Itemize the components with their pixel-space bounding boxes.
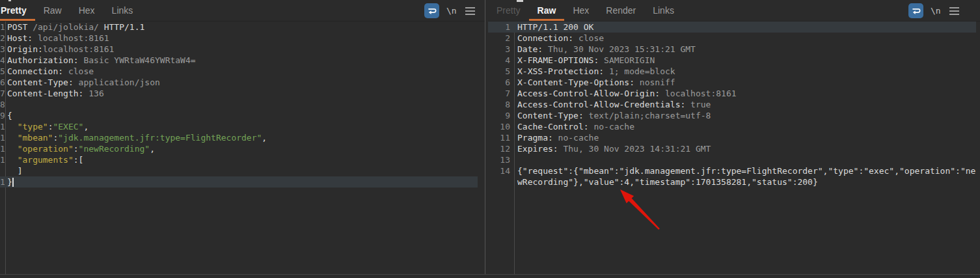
code-line[interactable]: 2Connection: close [488, 33, 980, 44]
code-text: ] [5, 165, 22, 176]
code-line[interactable]: 5X-XSS-Protection: 1; mode=block [488, 66, 980, 77]
newline-toggle-button[interactable]: \n [931, 6, 941, 16]
code-line[interactable]: 1POST /api/jolokia/ HTTP/1.1 [0, 21, 485, 33]
code-text [5, 99, 7, 110]
code-text: "arguments":[ [5, 154, 83, 165]
code-text: X-XSS-Protection: 1; mode=block [512, 66, 675, 77]
code-line[interactable]: 10 "type":"EXEC", [0, 121, 485, 132]
code-line[interactable]: 12Expires: Thu, 30 Nov 2023 14:31:21 GMT [488, 143, 980, 154]
tab-response-raw[interactable]: Raw [529, 0, 565, 21]
line-number: 9 [488, 110, 512, 121]
line-number: 1 [488, 21, 512, 33]
code-text: Host: localhost:8161 [5, 33, 109, 44]
code-line[interactable]: 14{"request":{"mbean":"jdk.management.jf… [488, 165, 980, 176]
code-line[interactable]: 1HTTP/1.1 200 OK [488, 21, 976, 33]
code-line[interactable]: 9{ [0, 110, 485, 121]
code-text: Content-Length: 136 [5, 88, 104, 99]
line-number: 7 [488, 88, 512, 99]
line-number: 6 [0, 77, 5, 88]
code-line[interactable]: 11 "mbean":"jdk.management.jfr:type=Flig… [0, 132, 485, 143]
line-number: 3 [488, 44, 512, 55]
burp-message-editor: Pretty Raw Hex Links \n 1POST /api/jolok… [0, 0, 980, 278]
line-number: 14 [488, 165, 512, 176]
request-editor[interactable]: 1POST /api/jolokia/ HTTP/1.12Host: local… [0, 21, 485, 274]
line-number: 3 [0, 44, 5, 55]
tab-request-links[interactable]: Links [103, 0, 142, 21]
code-line[interactable]: 4X-FRAME-OPTIONS: SAMEORIGIN [488, 55, 980, 66]
code-text: "operation":"newRecording", [5, 143, 155, 154]
code-text: } [5, 176, 14, 188]
code-text: "type":"EXEC", [5, 121, 88, 132]
code-line[interactable]: 7Content-Length: 136 [0, 88, 485, 99]
code-line[interactable]: 8Access-Control-Allow-Credentials: true [488, 99, 980, 110]
code-line[interactable]: 10Cache-Control: no-cache [488, 121, 980, 132]
response-editor[interactable]: 1HTTP/1.1 200 OK2Connection: close3Date:… [488, 21, 980, 274]
code-line[interactable]: 9Content-Type: text/plain;charset=utf-8 [488, 110, 980, 121]
newline-toggle-button[interactable]: \n [446, 6, 457, 16]
code-line[interactable]: 6X-Content-Type-Options: nosniff [488, 77, 980, 88]
line-number: 1 [0, 21, 5, 33]
line-number: 8 [488, 99, 512, 110]
line-number: 2 [488, 33, 512, 44]
tab-request-pretty[interactable]: Pretty [0, 0, 35, 21]
code-text: Authorization: Basic YWRtaW46YWRtaW4= [5, 55, 196, 66]
code-text: Pragma: no-cache [512, 132, 599, 143]
tab-request-raw[interactable]: Raw [35, 0, 70, 21]
line-number: 7 [0, 88, 5, 99]
line-number: 13 [488, 154, 512, 165]
request-panel: Pretty Raw Hex Links \n 1POST /api/jolok… [0, 0, 485, 275]
code-line[interactable]: 5Connection: close [0, 66, 485, 77]
code-line[interactable]: 7Access-Control-Allow-Origin: localhost:… [488, 88, 980, 99]
code-text: Content-Type: text/plain;charset=utf-8 [512, 110, 711, 121]
code-text: X-Content-Type-Options: nosniff [512, 77, 675, 88]
code-line[interactable]: 4Authorization: Basic YWRtaW46YWRtaW4= [0, 55, 485, 66]
hamburger-menu-icon[interactable] [465, 6, 475, 16]
line-number: 13 [0, 154, 5, 165]
hamburger-menu-icon[interactable] [949, 6, 959, 16]
tab-response-pretty[interactable]: Pretty [488, 0, 529, 21]
code-text: { [5, 110, 12, 121]
line-number: 10 [488, 121, 512, 132]
tab-response-render[interactable]: Render [597, 0, 644, 21]
code-line[interactable]: ] [0, 165, 485, 176]
code-line[interactable]: 12 "operation":"newRecording", [0, 143, 485, 154]
line-number: 4 [488, 55, 512, 66]
code-line[interactable]: 2Host: localhost:8161 [0, 33, 485, 44]
line-number: 11 [0, 132, 5, 143]
tab-response-links[interactable]: Links [644, 0, 683, 21]
code-line[interactable]: 13 [488, 154, 980, 165]
line-number: 5 [488, 66, 512, 77]
tab-response-hex[interactable]: Hex [564, 0, 597, 21]
word-wrap-toggle-icon[interactable] [424, 3, 439, 18]
code-text: "mbean":"jdk.management.jfr:type=FlightR… [5, 132, 267, 143]
code-line[interactable]: wRecording"},"value":4,"timestamp":17013… [488, 176, 980, 188]
code-text: X-FRAME-OPTIONS: SAMEORIGIN [512, 55, 655, 66]
code-text: Access-Control-Allow-Origin: localhost:8… [512, 88, 737, 99]
code-text: Content-Type: application/json [5, 77, 160, 88]
code-text: Connection: close [512, 33, 604, 44]
code-text: POST /api/jolokia/ HTTP/1.1 [5, 21, 144, 33]
panel-splitter[interactable] [485, 0, 485, 274]
code-text: Connection: close [5, 66, 94, 77]
code-line[interactable]: 11Pragma: no-cache [488, 132, 980, 143]
tab-request-hex[interactable]: Hex [70, 0, 103, 21]
code-line[interactable]: 3Origin:localhost:8161 [0, 44, 485, 55]
code-text: Expires: Thu, 30 Nov 2023 14:31:21 GMT [512, 143, 711, 154]
code-line[interactable]: 3Date: Thu, 30 Nov 2023 15:31:21 GMT [488, 44, 980, 55]
code-text: HTTP/1.1 200 OK [512, 21, 593, 33]
line-number: 4 [0, 55, 5, 66]
code-line[interactable]: 6Content-Type: application/json [0, 77, 485, 88]
word-wrap-toggle-icon[interactable] [908, 3, 923, 18]
code-line[interactable]: 14} [0, 176, 478, 188]
code-text: Date: Thu, 30 Nov 2023 15:31:21 GMT [512, 44, 696, 55]
request-tab-bar: Pretty Raw Hex Links \n [0, 0, 485, 21]
code-text: wRecording"},"value":4,"timestamp":17013… [512, 176, 818, 188]
editor-bottom-border [0, 274, 980, 275]
line-number: 9 [0, 110, 5, 121]
code-line[interactable]: 13 "arguments":[ [0, 154, 485, 165]
line-number: 12 [0, 143, 5, 154]
code-text: Origin:localhost:8161 [5, 44, 114, 55]
line-number [0, 165, 5, 176]
code-line[interactable]: 8 [0, 99, 485, 110]
line-number [488, 176, 512, 188]
